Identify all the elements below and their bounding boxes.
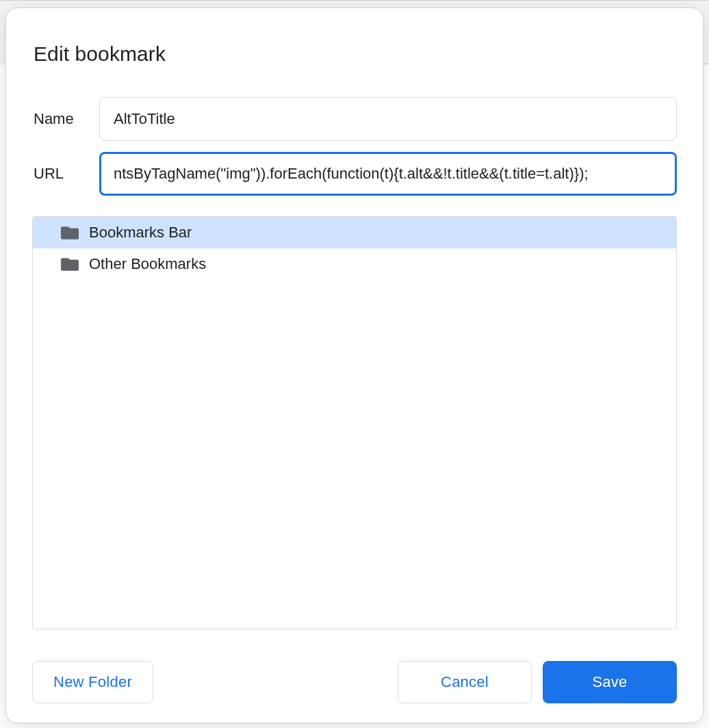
cancel-button[interactable]: Cancel [398, 661, 532, 703]
folder-icon [60, 255, 79, 274]
save-button[interactable]: Save [543, 661, 677, 703]
window-backdrop: Edit bookmark Name URL Bookmarks Bar Oth… [0, 0, 709, 728]
edit-bookmark-dialog: Edit bookmark Name URL Bookmarks Bar Oth… [5, 8, 704, 723]
name-row: Name [32, 97, 677, 141]
url-label: URL [32, 165, 99, 183]
folder-label: Other Bookmarks [89, 255, 206, 273]
name-input[interactable] [99, 97, 677, 141]
folder-other-bookmarks[interactable]: Other Bookmarks [33, 248, 676, 280]
folder-icon [60, 223, 79, 242]
folder-label: Bookmarks Bar [89, 224, 192, 242]
url-row: URL [32, 152, 677, 196]
dialog-button-row: New Folder Cancel Save [32, 661, 677, 703]
folder-bookmarks-bar[interactable]: Bookmarks Bar [33, 217, 676, 248]
dialog-title: Edit bookmark [32, 42, 677, 66]
folder-tree[interactable]: Bookmarks Bar Other Bookmarks [32, 216, 677, 629]
url-input[interactable] [99, 152, 677, 196]
name-label: Name [32, 110, 99, 128]
new-folder-button[interactable]: New Folder [32, 661, 153, 703]
